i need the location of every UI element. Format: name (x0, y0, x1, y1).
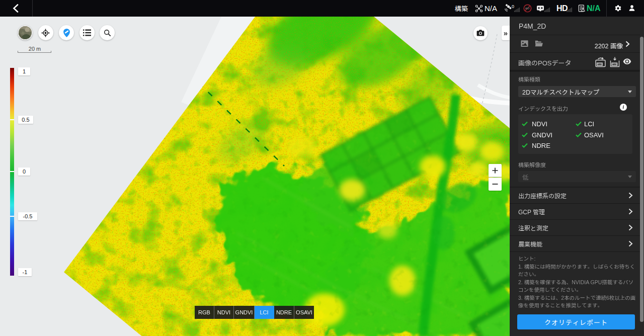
svg-text:POS: POS (598, 63, 602, 65)
svg-text:POS: POS (612, 63, 617, 65)
